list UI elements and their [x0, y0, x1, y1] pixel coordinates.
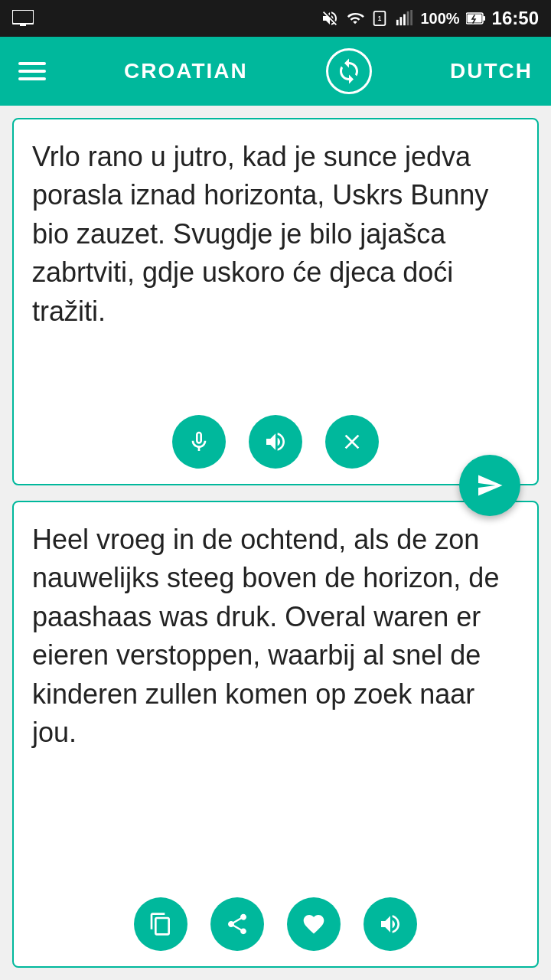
mic-button[interactable] — [172, 415, 226, 469]
share-button[interactable] — [210, 897, 264, 951]
svg-rect-7 — [407, 11, 409, 25]
main-content: Vrlo rano u jutro, kad je sunce jedva po… — [0, 106, 551, 980]
clear-button[interactable] — [325, 415, 379, 469]
svg-rect-5 — [400, 17, 403, 25]
status-time: 16:50 — [492, 8, 539, 29]
status-right-icons: 1 100% 16:50 — [321, 8, 539, 29]
source-speaker-icon — [263, 430, 288, 454]
mute-icon — [321, 9, 339, 28]
mic-icon — [187, 430, 211, 454]
source-language-label[interactable]: CROATIAN — [124, 59, 248, 83]
svg-rect-6 — [404, 15, 406, 26]
source-text[interactable]: Vrlo rano u jutro, kad je sunce jedva po… — [32, 138, 519, 331]
swap-icon — [335, 57, 363, 85]
target-panel: Heel vroeg in de ochtend, als de zon nau… — [12, 501, 539, 968]
battery-text: 100% — [420, 10, 459, 28]
share-icon — [225, 912, 249, 936]
send-icon — [476, 472, 504, 499]
menu-button[interactable] — [18, 62, 46, 80]
source-buttons — [14, 415, 537, 469]
wifi-icon — [345, 10, 365, 27]
battery-icon — [466, 12, 486, 24]
source-panel: Vrlo rano u jutro, kad je sunce jedva po… — [12, 118, 539, 485]
signal-icon — [394, 10, 414, 27]
status-left-icons — [12, 10, 34, 27]
target-text[interactable]: Heel vroeg in de ochtend, als de zon nau… — [32, 521, 519, 752]
svg-rect-11 — [483, 16, 485, 21]
copy-icon — [148, 912, 173, 936]
target-speaker-button[interactable] — [364, 897, 417, 951]
favorite-button[interactable] — [287, 897, 341, 951]
svg-rect-8 — [411, 10, 413, 25]
target-language-label[interactable]: DUTCH — [450, 59, 533, 83]
sim-icon: 1 — [371, 10, 388, 27]
target-buttons — [14, 897, 537, 951]
screen-icon — [12, 10, 34, 27]
status-bar: 1 100% 16:50 — [0, 0, 551, 37]
source-speaker-button[interactable] — [249, 415, 302, 469]
source-wrapper: Vrlo rano u jutro, kad je sunce jedva po… — [12, 118, 539, 485]
svg-rect-0 — [12, 10, 34, 24]
target-speaker-icon — [378, 912, 403, 936]
svg-rect-4 — [396, 20, 399, 25]
copy-button[interactable] — [134, 897, 187, 951]
translate-button[interactable] — [459, 455, 520, 516]
top-bar: CROATIAN DUTCH — [0, 37, 551, 106]
svg-text:1: 1 — [378, 15, 382, 22]
clear-icon — [340, 430, 364, 454]
swap-button[interactable] — [326, 48, 372, 94]
svg-rect-1 — [20, 24, 26, 26]
favorite-icon — [302, 912, 326, 936]
